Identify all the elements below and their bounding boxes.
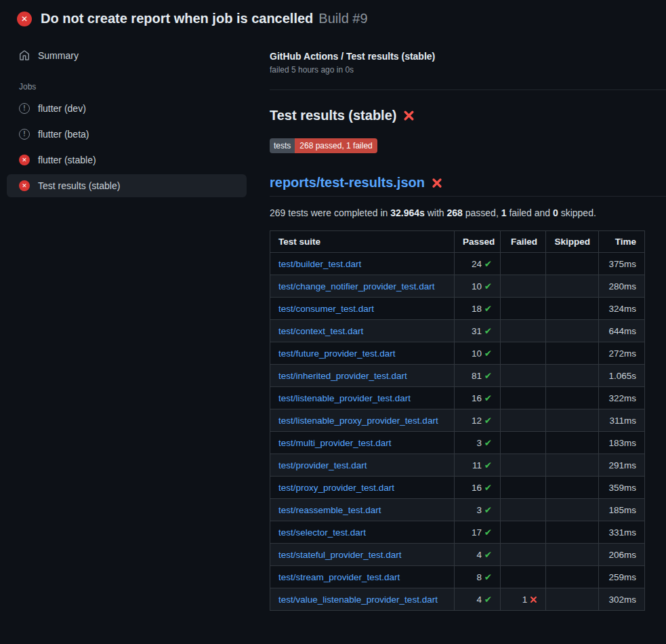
suite-cell: test/future_provider_test.dart bbox=[270, 342, 455, 365]
passed-cell: 4 ✔ bbox=[455, 544, 501, 566]
failed-cell bbox=[501, 298, 546, 320]
tests-badge: tests 268 passed, 1 failed bbox=[270, 138, 377, 153]
suite-link[interactable]: test/value_listenable_provider_test.dart bbox=[278, 595, 438, 605]
report-file-link[interactable]: reports/test-results.json bbox=[270, 175, 425, 190]
time-cell: 185ms bbox=[599, 499, 645, 521]
suite-link[interactable]: test/provider_test.dart bbox=[278, 460, 367, 470]
suite-cell: test/consumer_test.dart bbox=[270, 298, 455, 320]
suite-link[interactable]: test/stateful_provider_test.dart bbox=[278, 550, 402, 560]
time-cell: 324ms bbox=[599, 298, 645, 320]
time-cell: 311ms bbox=[599, 409, 645, 432]
suite-link[interactable]: test/inherited_provider_test.dart bbox=[278, 371, 407, 381]
suite-link[interactable]: test/listenable_proxy_provider_test.dart bbox=[278, 416, 438, 426]
sidebar-item-flutter-beta[interactable]: !flutter (beta) bbox=[7, 123, 247, 146]
skipped-cell bbox=[546, 588, 599, 611]
suite-cell: test/value_listenable_provider_test.dart bbox=[270, 588, 455, 611]
check-icon: ✔ bbox=[484, 259, 492, 269]
summary-passed-count: 268 bbox=[447, 207, 463, 218]
summary-skipped-count: 0 bbox=[553, 207, 558, 218]
time-cell: 331ms bbox=[599, 521, 645, 544]
failed-cell bbox=[501, 409, 546, 432]
sidebar-item-flutter-dev[interactable]: !flutter (dev) bbox=[7, 97, 247, 120]
suite-cell: test/listenable_provider_test.dart bbox=[270, 387, 455, 409]
skipped-cell bbox=[546, 544, 599, 566]
exclamation-circle-icon: ! bbox=[19, 103, 30, 114]
job-label: flutter (stable) bbox=[38, 155, 96, 165]
suite-link[interactable]: test/stream_provider_test.dart bbox=[278, 572, 400, 582]
suite-link[interactable]: test/proxy_provider_test.dart bbox=[278, 483, 394, 493]
passed-count: 4 bbox=[476, 595, 482, 605]
results-table: Test suitePassedFailedSkippedTime test/b… bbox=[270, 230, 645, 611]
failed-cell bbox=[501, 521, 546, 544]
passed-cell: 4 ✔ bbox=[455, 588, 501, 611]
x-circle-icon: ✕ bbox=[17, 12, 32, 26]
suite-link[interactable]: test/context_test.dart bbox=[278, 326, 363, 336]
check-icon: ✔ bbox=[484, 527, 492, 538]
summary-line: 269 tests were completed in 32.964s with… bbox=[270, 207, 666, 218]
table-row: test/inherited_provider_test.dart81 ✔1.0… bbox=[270, 365, 645, 387]
time-cell: 291ms bbox=[599, 454, 645, 477]
time-cell: 375ms bbox=[599, 253, 645, 275]
skipped-cell bbox=[546, 566, 599, 588]
summary-label: Summary bbox=[38, 50, 79, 61]
skipped-cell bbox=[546, 253, 599, 275]
failed-cell bbox=[501, 275, 546, 298]
suite-link[interactable]: test/builder_test.dart bbox=[278, 259, 361, 269]
exclamation-circle-icon: ! bbox=[19, 129, 30, 140]
passed-count: 3 bbox=[476, 438, 482, 448]
x-icon bbox=[432, 178, 442, 188]
suite-link[interactable]: test/listenable_provider_test.dart bbox=[278, 393, 411, 403]
passed-cell: 18 ✔ bbox=[455, 298, 501, 320]
passed-cell: 12 ✔ bbox=[455, 409, 501, 432]
failed-cell bbox=[501, 320, 546, 342]
suite-link[interactable]: test/reassemble_test.dart bbox=[278, 505, 381, 515]
check-icon: ✔ bbox=[484, 483, 492, 493]
failed-cell bbox=[501, 432, 546, 454]
time-cell: 206ms bbox=[599, 544, 645, 566]
check-icon: ✔ bbox=[484, 505, 492, 515]
sidebar-item-test-results-stable[interactable]: ✕Test results (stable) bbox=[7, 174, 247, 197]
build-number: Build #9 bbox=[318, 11, 367, 26]
table-row: test/provider_test.dart11 ✔291ms bbox=[270, 454, 645, 477]
skipped-cell bbox=[546, 275, 599, 298]
passed-count: 10 bbox=[472, 348, 482, 359]
suite-cell: test/provider_test.dart bbox=[270, 454, 455, 477]
suite-link[interactable]: test/multi_provider_test.dart bbox=[278, 438, 392, 448]
suite-link[interactable]: test/change_notifier_provider_test.dart bbox=[278, 281, 434, 291]
passed-count: 16 bbox=[472, 393, 482, 403]
summary-text: with bbox=[425, 207, 447, 218]
skipped-cell bbox=[546, 365, 599, 387]
check-icon: ✔ bbox=[484, 393, 492, 403]
passed-count: 11 bbox=[472, 460, 482, 470]
time-cell: 322ms bbox=[599, 387, 645, 409]
x-icon bbox=[530, 596, 537, 603]
table-row: test/consumer_test.dart18 ✔324ms bbox=[270, 298, 645, 320]
check-icon: ✔ bbox=[484, 595, 492, 605]
section-title: Test results (stable) bbox=[270, 108, 666, 123]
suite-cell: test/change_notifier_provider_test.dart bbox=[270, 275, 455, 298]
failed-cell bbox=[501, 365, 546, 387]
summary-text: 269 tests were completed in bbox=[270, 207, 390, 218]
suite-link[interactable]: test/future_provider_test.dart bbox=[278, 348, 396, 359]
table-header-row: Test suitePassedFailedSkippedTime bbox=[270, 231, 645, 253]
failed-cell bbox=[501, 544, 546, 566]
main-content: GitHub Actions / Test results (stable) f… bbox=[253, 35, 666, 638]
check-icon: ✔ bbox=[484, 371, 492, 381]
suite-cell: test/proxy_provider_test.dart bbox=[270, 477, 455, 499]
table-row: test/listenable_provider_test.dart16 ✔32… bbox=[270, 387, 645, 409]
sidebar-item-summary[interactable]: Summary bbox=[7, 44, 247, 67]
suite-link[interactable]: test/consumer_test.dart bbox=[278, 304, 374, 314]
check-icon: ✔ bbox=[484, 348, 492, 359]
table-row: test/proxy_provider_test.dart16 ✔359ms bbox=[270, 477, 645, 499]
table-row: test/context_test.dart31 ✔644ms bbox=[270, 320, 645, 342]
passed-count: 4 bbox=[476, 550, 482, 560]
build-header: ✕ Do not create report when job is cance… bbox=[0, 0, 666, 35]
table-row: test/builder_test.dart24 ✔375ms bbox=[270, 253, 645, 275]
job-label: flutter (beta) bbox=[38, 129, 89, 140]
skipped-cell bbox=[546, 521, 599, 544]
failed-cell bbox=[501, 499, 546, 521]
passed-count: 81 bbox=[472, 371, 482, 381]
time-cell: 1.065s bbox=[599, 365, 645, 387]
sidebar-item-flutter-stable[interactable]: ✕flutter (stable) bbox=[7, 148, 247, 172]
suite-link[interactable]: test/selector_test.dart bbox=[278, 527, 366, 538]
